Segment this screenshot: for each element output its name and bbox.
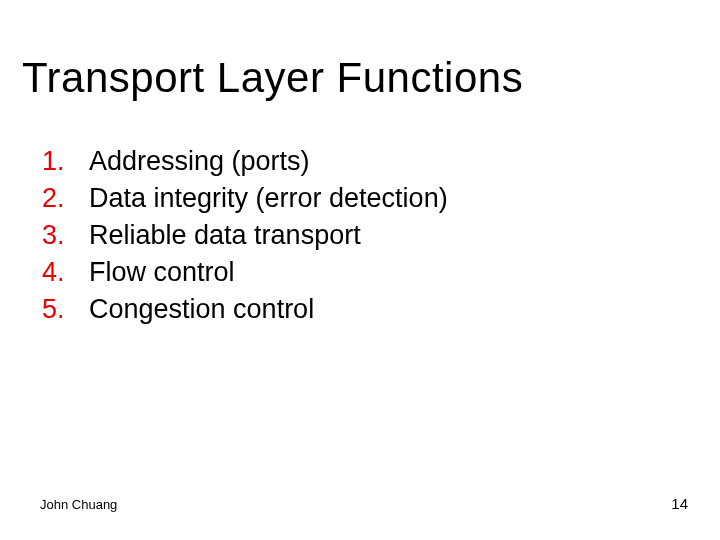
list-item: 2. Data integrity (error detection) [42, 183, 720, 214]
slide-title: Transport Layer Functions [0, 0, 720, 102]
author-name: John Chuang [40, 497, 117, 512]
list-text: Reliable data transport [89, 220, 361, 251]
list-number: 4. [42, 257, 89, 288]
list-number: 2. [42, 183, 89, 214]
slide-footer: John Chuang 14 [0, 495, 720, 512]
list-text: Addressing (ports) [89, 146, 310, 177]
list-number: 1. [42, 146, 89, 177]
page-number: 14 [671, 495, 688, 512]
list-item: 3. Reliable data transport [42, 220, 720, 251]
list-number: 3. [42, 220, 89, 251]
list-text: Congestion control [89, 294, 314, 325]
list-text: Flow control [89, 257, 235, 288]
list-item: 1. Addressing (ports) [42, 146, 720, 177]
list-item: 4. Flow control [42, 257, 720, 288]
list-text: Data integrity (error detection) [89, 183, 448, 214]
list-item: 5. Congestion control [42, 294, 720, 325]
list-number: 5. [42, 294, 89, 325]
numbered-list: 1. Addressing (ports) 2. Data integrity … [0, 102, 720, 325]
